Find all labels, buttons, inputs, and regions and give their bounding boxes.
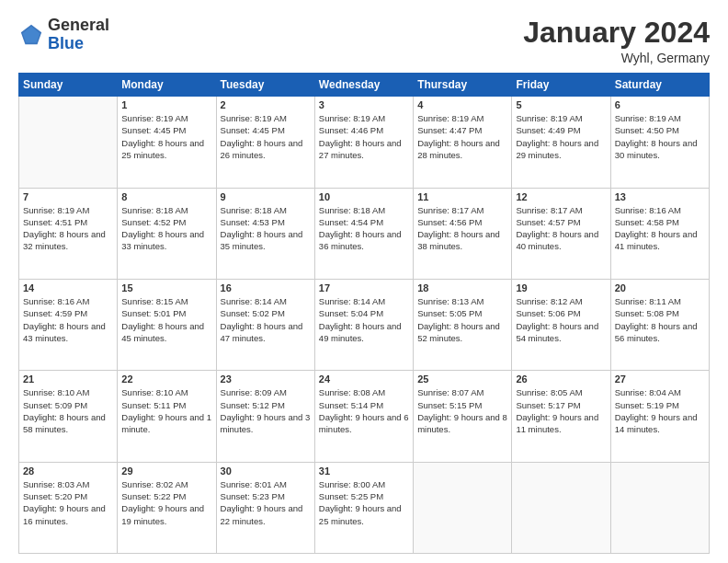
subtitle: Wyhl, Germany: [523, 51, 710, 65]
table-row: 17Sunrise: 8:14 AM Sunset: 5:04 PM Dayli…: [314, 279, 413, 370]
header: General Blue January 2024 Wyhl, Germany: [18, 17, 710, 65]
calendar-week-row: 21Sunrise: 8:10 AM Sunset: 5:09 PM Dayli…: [19, 371, 710, 462]
day-number: 6: [615, 99, 705, 110]
day-info: Sunrise: 8:08 AM Sunset: 5:14 PM Dayligh…: [319, 386, 409, 435]
day-number: 21: [23, 373, 113, 385]
day-number: 25: [417, 373, 507, 385]
day-number: 17: [319, 282, 409, 293]
day-info: Sunrise: 8:12 AM Sunset: 5:06 PM Dayligh…: [516, 295, 606, 344]
table-row: 28Sunrise: 8:03 AM Sunset: 5:20 PM Dayli…: [19, 462, 118, 553]
col-wednesday: Wednesday: [314, 74, 413, 97]
day-info: Sunrise: 8:19 AM Sunset: 4:45 PM Dayligh…: [221, 112, 311, 161]
table-row: 27Sunrise: 8:04 AM Sunset: 5:19 PM Dayli…: [610, 371, 709, 462]
day-number: 30: [221, 465, 311, 477]
day-info: Sunrise: 8:14 AM Sunset: 5:04 PM Dayligh…: [319, 295, 409, 344]
table-row: 7Sunrise: 8:19 AM Sunset: 4:51 PM Daylig…: [19, 188, 118, 279]
table-row: 29Sunrise: 8:02 AM Sunset: 5:22 PM Dayli…: [118, 462, 216, 553]
table-row: [19, 97, 118, 188]
day-info: Sunrise: 8:07 AM Sunset: 5:15 PM Dayligh…: [417, 386, 507, 435]
day-number: 11: [417, 191, 507, 202]
logo-text: General Blue: [48, 17, 109, 53]
day-info: Sunrise: 8:02 AM Sunset: 5:22 PM Dayligh…: [121, 478, 211, 527]
table-row: 22Sunrise: 8:10 AM Sunset: 5:11 PM Dayli…: [118, 371, 216, 462]
day-number: 12: [516, 191, 606, 202]
day-number: 18: [417, 282, 507, 293]
page: General Blue January 2024 Wyhl, Germany …: [0, 0, 728, 563]
col-sunday: Sunday: [19, 74, 118, 97]
logo-blue: Blue: [48, 34, 84, 52]
day-info: Sunrise: 8:03 AM Sunset: 5:20 PM Dayligh…: [23, 478, 113, 527]
table-row: [512, 462, 610, 553]
table-row: 25Sunrise: 8:07 AM Sunset: 5:15 PM Dayli…: [414, 371, 512, 462]
day-info: Sunrise: 8:18 AM Sunset: 4:52 PM Dayligh…: [121, 204, 211, 253]
calendar-week-row: 14Sunrise: 8:16 AM Sunset: 4:59 PM Dayli…: [19, 279, 710, 370]
day-info: Sunrise: 8:01 AM Sunset: 5:23 PM Dayligh…: [221, 478, 311, 527]
day-info: Sunrise: 8:18 AM Sunset: 4:54 PM Dayligh…: [319, 204, 409, 253]
col-tuesday: Tuesday: [216, 74, 314, 97]
day-number: 22: [121, 373, 211, 385]
table-row: 11Sunrise: 8:17 AM Sunset: 4:56 PM Dayli…: [414, 188, 512, 279]
day-number: 20: [615, 282, 705, 293]
day-number: 4: [417, 99, 507, 110]
logo-general: General: [48, 16, 109, 34]
day-info: Sunrise: 8:05 AM Sunset: 5:17 PM Dayligh…: [516, 386, 606, 435]
day-number: 13: [615, 191, 705, 202]
day-info: Sunrise: 8:10 AM Sunset: 5:11 PM Dayligh…: [121, 386, 211, 435]
day-number: 27: [615, 373, 705, 385]
table-row: 10Sunrise: 8:18 AM Sunset: 4:54 PM Dayli…: [314, 188, 413, 279]
col-thursday: Thursday: [414, 74, 512, 97]
day-info: Sunrise: 8:18 AM Sunset: 4:53 PM Dayligh…: [221, 204, 311, 253]
day-info: Sunrise: 8:19 AM Sunset: 4:46 PM Dayligh…: [319, 112, 409, 161]
table-row: [610, 462, 709, 553]
table-row: 2Sunrise: 8:19 AM Sunset: 4:45 PM Daylig…: [216, 97, 314, 188]
col-friday: Friday: [512, 74, 610, 97]
table-row: 14Sunrise: 8:16 AM Sunset: 4:59 PM Dayli…: [19, 279, 118, 370]
day-info: Sunrise: 8:04 AM Sunset: 5:19 PM Dayligh…: [615, 386, 705, 435]
day-info: Sunrise: 8:19 AM Sunset: 4:51 PM Dayligh…: [23, 204, 113, 253]
calendar-week-row: 28Sunrise: 8:03 AM Sunset: 5:20 PM Dayli…: [19, 462, 710, 553]
day-info: Sunrise: 8:11 AM Sunset: 5:08 PM Dayligh…: [615, 295, 705, 344]
table-row: 16Sunrise: 8:14 AM Sunset: 5:02 PM Dayli…: [216, 279, 314, 370]
day-number: 16: [221, 282, 311, 293]
day-info: Sunrise: 8:14 AM Sunset: 5:02 PM Dayligh…: [221, 295, 311, 344]
table-row: 1Sunrise: 8:19 AM Sunset: 4:45 PM Daylig…: [118, 97, 216, 188]
day-info: Sunrise: 8:13 AM Sunset: 5:05 PM Dayligh…: [417, 295, 507, 344]
day-info: Sunrise: 8:09 AM Sunset: 5:12 PM Dayligh…: [221, 386, 311, 435]
table-row: 30Sunrise: 8:01 AM Sunset: 5:23 PM Dayli…: [216, 462, 314, 553]
day-number: 8: [121, 191, 211, 202]
day-info: Sunrise: 8:00 AM Sunset: 5:25 PM Dayligh…: [319, 478, 409, 527]
table-row: 20Sunrise: 8:11 AM Sunset: 5:08 PM Dayli…: [610, 279, 709, 370]
day-info: Sunrise: 8:19 AM Sunset: 4:50 PM Dayligh…: [615, 112, 705, 161]
table-row: 19Sunrise: 8:12 AM Sunset: 5:06 PM Dayli…: [512, 279, 610, 370]
table-row: 15Sunrise: 8:15 AM Sunset: 5:01 PM Dayli…: [118, 279, 216, 370]
table-row: 6Sunrise: 8:19 AM Sunset: 4:50 PM Daylig…: [610, 97, 709, 188]
day-number: 9: [221, 191, 311, 202]
svg-marker-1: [23, 26, 40, 42]
calendar-table: Sunday Monday Tuesday Wednesday Thursday…: [18, 73, 710, 554]
day-number: 28: [23, 465, 113, 477]
table-row: 4Sunrise: 8:19 AM Sunset: 4:47 PM Daylig…: [414, 97, 512, 188]
table-row: 21Sunrise: 8:10 AM Sunset: 5:09 PM Dayli…: [19, 371, 118, 462]
table-row: 5Sunrise: 8:19 AM Sunset: 4:49 PM Daylig…: [512, 97, 610, 188]
logo-icon: [18, 22, 44, 48]
main-title: January 2024: [523, 17, 710, 49]
day-info: Sunrise: 8:10 AM Sunset: 5:09 PM Dayligh…: [23, 386, 113, 435]
col-saturday: Saturday: [610, 74, 709, 97]
day-number: 14: [23, 282, 113, 293]
day-number: 1: [121, 99, 211, 110]
logo: General Blue: [18, 17, 109, 53]
day-info: Sunrise: 8:16 AM Sunset: 4:58 PM Dayligh…: [615, 204, 705, 253]
day-number: 5: [516, 99, 606, 110]
table-row: 3Sunrise: 8:19 AM Sunset: 4:46 PM Daylig…: [314, 97, 413, 188]
day-info: Sunrise: 8:15 AM Sunset: 5:01 PM Dayligh…: [121, 295, 211, 344]
table-row: 9Sunrise: 8:18 AM Sunset: 4:53 PM Daylig…: [216, 188, 314, 279]
day-number: 24: [319, 373, 409, 385]
day-number: 10: [319, 191, 409, 202]
col-monday: Monday: [118, 74, 216, 97]
day-info: Sunrise: 8:19 AM Sunset: 4:45 PM Dayligh…: [121, 112, 211, 161]
calendar-header-row: Sunday Monday Tuesday Wednesday Thursday…: [19, 74, 710, 97]
table-row: [414, 462, 512, 553]
day-number: 31: [319, 465, 409, 477]
day-info: Sunrise: 8:17 AM Sunset: 4:57 PM Dayligh…: [516, 204, 606, 253]
day-number: 15: [121, 282, 211, 293]
